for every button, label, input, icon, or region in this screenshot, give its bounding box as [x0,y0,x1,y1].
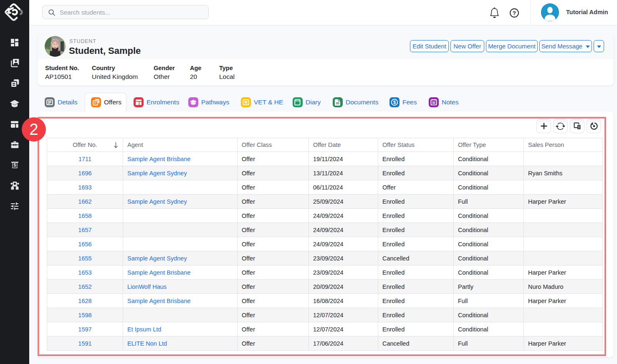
svg-text:$: $ [13,162,16,167]
svg-text:?: ? [513,10,516,16]
svg-text:$: $ [393,100,396,105]
